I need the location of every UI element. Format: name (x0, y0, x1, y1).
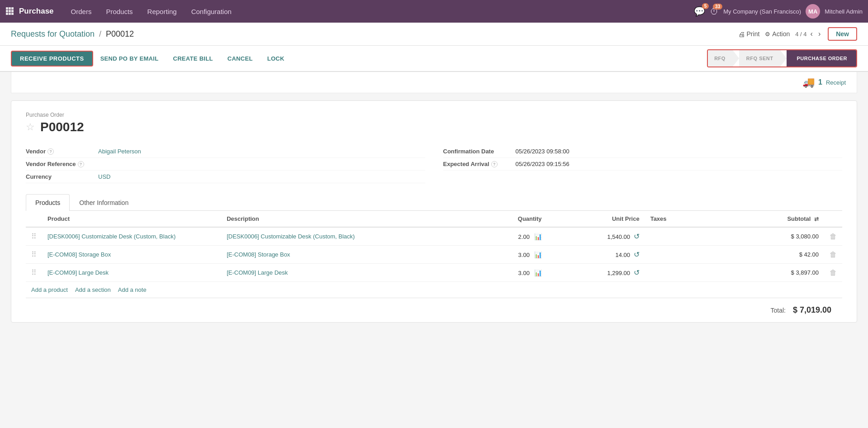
chart-icon-0[interactable]: 📊 (534, 233, 542, 240)
svg-rect-2 (11, 7, 14, 10)
description-cell-2[interactable]: [E-COM09] Large Desk (221, 264, 449, 282)
drag-handle-icon[interactable]: ⠿ (31, 233, 37, 240)
print-button[interactable]: 🖨 Print (738, 30, 760, 38)
table-row: ⠿ [E-COM09] Large Desk [E-COM09] Large D… (26, 264, 842, 282)
svg-rect-1 (9, 7, 11, 10)
product-cell-1[interactable]: [E-COM08] Storage Box (42, 246, 221, 264)
drag-handle-cell: ⠿ (26, 264, 42, 282)
grid-icon[interactable] (5, 7, 14, 16)
receive-products-button[interactable]: RECEIVE PRODUCTS (11, 51, 93, 67)
user-avatar[interactable]: MA (806, 4, 820, 19)
cancel-button[interactable]: CANCEL (220, 52, 260, 66)
reset-icon-2[interactable]: ↺ (634, 269, 640, 276)
delete-icon-0[interactable]: 🗑 (830, 233, 837, 240)
unit-price-cell-0: 1,540.00 ↺ (547, 227, 645, 246)
main-content: 🚚 1 Receipt Purchase Order ☆ P00012 Vend… (0, 72, 868, 333)
pipeline-purchase-order[interactable]: PURCHASE ORDER (787, 50, 856, 67)
receipt-badge[interactable]: 🚚 1 Receipt (802, 76, 846, 88)
nav-orders[interactable]: Orders (65, 5, 98, 18)
favorite-star-icon[interactable]: ☆ (26, 121, 35, 133)
clock-badge[interactable]: ⏱ 33 (710, 6, 719, 17)
breadcrumb-current: P00012 (106, 29, 134, 38)
taxes-cell-0[interactable] (645, 227, 726, 246)
actions-cell-2: 🗑 (824, 264, 842, 282)
action-button[interactable]: ⚙ Action (765, 30, 790, 38)
breadcrumb-actions: 🖨 Print ⚙ Action 4 / 4 ‹ › New (738, 27, 857, 41)
delete-icon-1[interactable]: 🗑 (830, 251, 837, 258)
product-cell-0[interactable]: [DESK0006] Customizable Desk (Custom, Bl… (42, 227, 221, 246)
pager-prev[interactable]: ‹ (809, 29, 815, 39)
vendor-label: Vendor ? (26, 148, 98, 155)
drag-handle-cell: ⠿ (26, 227, 42, 246)
drag-handle-icon[interactable]: ⠿ (31, 269, 37, 276)
vendor-ref-help-icon[interactable]: ? (78, 161, 84, 167)
lock-button[interactable]: LOCK (260, 52, 292, 66)
nav-products[interactable]: Products (100, 5, 139, 18)
svg-rect-4 (9, 10, 11, 12)
total-label: Total: (770, 307, 785, 314)
taxes-cell-1[interactable] (645, 246, 726, 264)
chat-badge[interactable]: 💬 5 (694, 6, 705, 17)
table-header-row: Product Description Quantity Unit Price … (26, 211, 842, 227)
taxes-cell-2[interactable] (645, 264, 726, 282)
vendor-value[interactable]: Abigail Peterson (98, 148, 141, 155)
unit-price-cell-1: 14.00 ↺ (547, 246, 645, 264)
product-cell-2[interactable]: [E-COM09] Large Desk (42, 264, 221, 282)
vendor-ref-row: Vendor Reference ? (26, 158, 425, 171)
table-row: ⠿ [E-COM08] Storage Box [E-COM08] Storag… (26, 246, 842, 264)
expected-arrival-help-icon[interactable]: ? (491, 161, 498, 167)
pipeline-rfq-sent[interactable]: RFQ SENT (739, 50, 781, 67)
currency-value[interactable]: USD (98, 173, 110, 180)
user-name[interactable]: Mitchell Admin (825, 8, 863, 15)
pipeline-rfq[interactable]: RFQ (708, 50, 733, 67)
col-header-product: Product (42, 211, 221, 227)
pager-next[interactable]: › (816, 29, 822, 39)
tab-other-info[interactable]: Other Information (70, 194, 138, 211)
description-cell-1[interactable]: [E-COM08] Storage Box (221, 246, 449, 264)
nav-reporting[interactable]: Reporting (141, 5, 183, 18)
form-left: Vendor ? Abigail Peterson Vendor Referen… (26, 145, 425, 183)
description-cell-0[interactable]: [DESK0006] Customizable Desk (Custom, Bl… (221, 227, 449, 246)
currency-label: Currency (26, 173, 98, 180)
subtotal-settings-icon[interactable]: ⇄ (814, 216, 819, 222)
nav-configuration[interactable]: Configuration (185, 5, 238, 18)
add-product-link[interactable]: Add a product (31, 286, 68, 293)
svg-rect-8 (11, 13, 14, 15)
col-header-actions (824, 211, 842, 227)
vendor-help-icon[interactable]: ? (47, 148, 54, 155)
quantity-cell-2: 3.00 📊 (449, 264, 547, 282)
drag-handle-icon[interactable]: ⠿ (31, 251, 37, 258)
subtotal-cell-1: $ 42.00 (726, 246, 824, 264)
subtotal-cell-0: $ 3,080.00 (726, 227, 824, 246)
col-header-unit-price: Unit Price (547, 211, 645, 227)
create-bill-button[interactable]: CREATE BILL (166, 52, 220, 66)
confirm-date-label: Confirmation Date (443, 148, 516, 155)
company-selector[interactable]: My Company (San Francisco) (723, 8, 801, 15)
tab-products[interactable]: Products (26, 194, 70, 211)
breadcrumb-base[interactable]: Requests for Quotation (11, 29, 95, 38)
add-section-link[interactable]: Add a section (75, 286, 111, 293)
app-brand[interactable]: Purchase (19, 7, 54, 16)
currency-row: Currency USD (26, 171, 425, 183)
delete-icon-2[interactable]: 🗑 (830, 269, 837, 276)
send-po-button[interactable]: SEND PO BY EMAIL (93, 52, 166, 66)
breadcrumb-separator: / (99, 29, 101, 38)
col-header-subtotal: Subtotal ⇄ (726, 211, 824, 227)
form-type-label: Purchase Order (26, 112, 842, 118)
order-number-title: P00012 (40, 120, 84, 134)
tabs-row: Products Other Information (26, 194, 842, 211)
new-button[interactable]: New (828, 27, 857, 41)
reset-icon-0[interactable]: ↺ (634, 233, 640, 240)
unit-price-cell-2: 1,299.00 ↺ (547, 264, 645, 282)
quantity-cell-0: 2.00 📊 (449, 227, 547, 246)
col-header-taxes: Taxes (645, 211, 726, 227)
chart-icon-2[interactable]: 📊 (534, 269, 542, 276)
add-note-link[interactable]: Add a note (118, 286, 147, 293)
form-fields: Vendor ? Abigail Peterson Vendor Referen… (26, 145, 842, 183)
actions-cell-0: 🗑 (824, 227, 842, 246)
chart-icon-1[interactable]: 📊 (534, 251, 542, 258)
reset-icon-1[interactable]: ↺ (634, 251, 640, 258)
col-header-description: Description (221, 211, 449, 227)
form-title-row: ☆ P00012 (26, 120, 842, 134)
expected-arrival-row: Expected Arrival ? 05/26/2023 09:15:56 (443, 158, 843, 171)
